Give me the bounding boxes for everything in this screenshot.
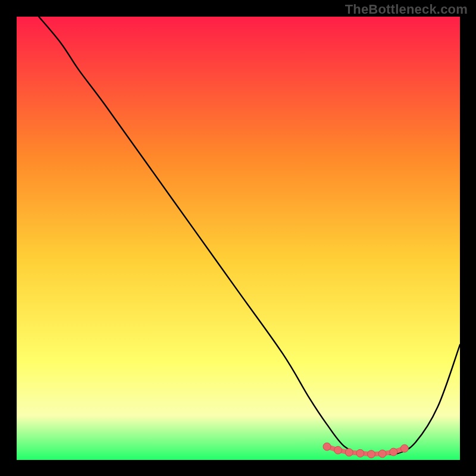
plateau-marker bbox=[400, 444, 408, 452]
plateau-marker bbox=[368, 450, 375, 458]
gradient-background bbox=[17, 17, 460, 460]
plateau-marker bbox=[356, 449, 364, 457]
chart-frame: TheBottleneck.com bbox=[0, 0, 476, 476]
plateau-marker bbox=[323, 443, 331, 450]
plot-svg bbox=[17, 17, 460, 460]
plateau-marker bbox=[345, 449, 353, 456]
watermark-text: TheBottleneck.com bbox=[345, 2, 468, 17]
plateau-marker bbox=[334, 446, 342, 454]
plot-area bbox=[17, 17, 460, 460]
plateau-marker bbox=[378, 450, 386, 458]
plateau-marker bbox=[390, 448, 397, 456]
